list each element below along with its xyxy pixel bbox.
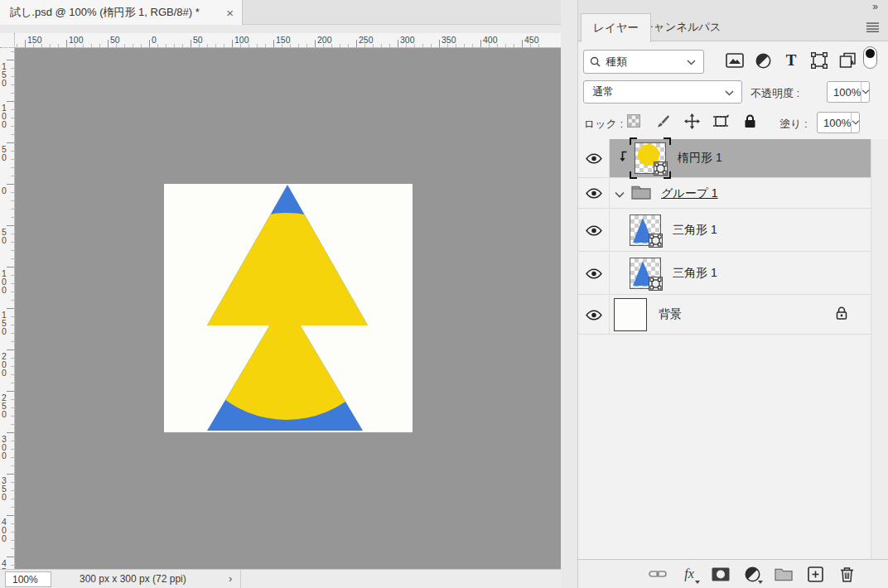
- lock-transparent-icon[interactable]: [625, 112, 643, 130]
- expand-chevron-icon[interactable]: [615, 186, 625, 201]
- filter-toggle-dot: [866, 49, 875, 58]
- ruler-label: 5 0: [2, 228, 7, 244]
- layer-row-group[interactable]: グループ 1: [578, 179, 871, 209]
- pixel-layers-icon[interactable]: [726, 51, 744, 70]
- text-layers-icon[interactable]: T: [782, 51, 800, 70]
- layer-name[interactable]: グループ 1: [661, 186, 718, 201]
- fill-label: 塗り :: [779, 117, 808, 132]
- zoom-level-field[interactable]: 100%: [5, 571, 51, 587]
- fill-field[interactable]: 100%: [817, 112, 860, 133]
- tab-paths[interactable]: パス: [687, 13, 733, 41]
- ruler-label: 100: [69, 36, 84, 44]
- ruler-label: 3 0 0: [2, 435, 7, 460]
- shape-layer-badge: [649, 234, 663, 248]
- vertical-ruler: 2 0 01 5 01 0 05 005 01 0 01 5 02 0 02 5…: [0, 48, 15, 569]
- canvas-workspace[interactable]: [15, 48, 561, 569]
- lock-label: ロック :: [584, 117, 623, 132]
- ruler-label: 150: [276, 36, 291, 44]
- new-layer-icon[interactable]: [806, 565, 824, 583]
- visibility-toggle[interactable]: [578, 296, 610, 334]
- chevron-down-icon[interactable]: [861, 82, 870, 102]
- layer-row-ellipse[interactable]: 楕円形 1: [578, 139, 871, 178]
- lock-artboard-icon[interactable]: [712, 112, 730, 130]
- layer-thumbnail[interactable]: [635, 142, 666, 174]
- lock-pixels-icon[interactable]: [654, 112, 672, 130]
- visibility-toggle[interactable]: [578, 179, 610, 208]
- search-icon: [590, 56, 601, 67]
- ruler-label: 300: [400, 36, 415, 44]
- lock-icon-group: [625, 112, 759, 130]
- horizontal-ruler: 20015010050050100150200250300350400450: [0, 33, 561, 48]
- layer-row-triangle-2[interactable]: 三角形 1: [578, 253, 871, 295]
- shape-layers-icon[interactable]: [810, 51, 828, 70]
- visibility-toggle[interactable]: [578, 253, 610, 294]
- ruler-origin-corner[interactable]: [0, 33, 15, 48]
- document-tab[interactable]: 試し.psd @ 100% (楕円形 1, RGB/8#) * ×: [0, 0, 243, 25]
- scroll-gutter[interactable]: [871, 139, 888, 559]
- ruler-label: 1 0 0: [2, 269, 7, 294]
- lock-icon[interactable]: [836, 306, 847, 323]
- panel-dock-header: »: [578, 0, 888, 13]
- caret-icon: [695, 581, 700, 584]
- ruler-label: 1 5 0: [2, 62, 7, 87]
- document-tab-title: 試し.psd @ 100% (楕円形 1, RGB/8#) *: [10, 5, 220, 20]
- eye-icon: [586, 310, 602, 321]
- ruler-label: 1 0 0: [2, 104, 7, 128]
- ruler-label: 2 0 0: [2, 352, 7, 377]
- ruler-label: 4 5 0: [2, 559, 7, 569]
- clipping-mask-icon: [618, 151, 628, 166]
- layer-name[interactable]: 背景: [659, 307, 682, 322]
- link-icon[interactable]: [649, 565, 667, 583]
- layer-row-triangle-1[interactable]: 三角形 1: [578, 210, 871, 252]
- status-expand-icon[interactable]: ›: [229, 572, 232, 585]
- ruler-label: 50: [193, 36, 203, 44]
- delete-icon[interactable]: [837, 565, 856, 583]
- ruler-label: 400: [483, 36, 498, 44]
- panel-tab-bar: レイヤー チャンネル パス: [578, 13, 888, 41]
- opacity-field[interactable]: 100%: [827, 81, 870, 103]
- layer-name[interactable]: 楕円形 1: [678, 151, 722, 166]
- fx-icon[interactable]: fx: [680, 565, 698, 583]
- adjustment-icon[interactable]: [743, 565, 761, 583]
- status-bar: 100% 300 px x 300 px (72 ppi) ›: [0, 569, 561, 588]
- tab-layers[interactable]: レイヤー: [581, 13, 651, 42]
- opacity-label: 不透明度 :: [750, 86, 799, 101]
- close-icon[interactable]: ×: [226, 6, 234, 20]
- ruler-label: 0: [2, 186, 7, 195]
- shape-layer-badge: [649, 277, 663, 291]
- visibility-toggle[interactable]: [578, 139, 610, 177]
- smart-objects-icon[interactable]: [838, 51, 857, 70]
- document-canvas[interactable]: [164, 184, 413, 432]
- layer-name[interactable]: 三角形 1: [673, 223, 717, 238]
- artwork: [164, 184, 413, 432]
- layer-row-background[interactable]: 背景: [578, 296, 871, 335]
- collapse-panels-icon[interactable]: »: [872, 1, 877, 12]
- layers-panel: » レイヤー チャンネル パス 種類: [577, 0, 888, 588]
- add-mask-icon[interactable]: [712, 565, 730, 583]
- chevron-down-icon[interactable]: [851, 113, 860, 133]
- adjustment-layers-icon[interactable]: [754, 51, 772, 70]
- panel-menu-icon[interactable]: [866, 21, 879, 36]
- lock-position-icon[interactable]: [683, 112, 701, 130]
- layer-name[interactable]: 三角形 1: [673, 266, 717, 281]
- ruler-label: 3 5 0: [2, 476, 7, 501]
- eye-icon: [586, 153, 602, 164]
- layer-controls: 種類 T 通常: [578, 41, 888, 139]
- blend-mode-select[interactable]: 通常: [583, 80, 742, 104]
- ruler-label: 100: [234, 36, 249, 44]
- ruler-label: 250: [359, 36, 374, 44]
- filter-toggle[interactable]: [863, 46, 877, 69]
- filter-icon-group: T: [726, 51, 857, 70]
- ruler-label: 4 0 0: [2, 518, 7, 542]
- visibility-toggle[interactable]: [578, 210, 610, 251]
- shape-layer-badge: [654, 161, 668, 176]
- ruler-label: 200: [317, 36, 332, 44]
- layer-thumbnail[interactable]: [630, 258, 661, 289]
- ruler-label: 0: [152, 36, 157, 44]
- lock-all-icon[interactable]: [741, 112, 759, 130]
- new-group-icon[interactable]: [775, 565, 793, 583]
- layer-thumbnail[interactable]: [614, 298, 647, 331]
- layer-thumbnail[interactable]: [630, 214, 661, 246]
- ruler-label: 450: [524, 36, 539, 44]
- filter-type-select[interactable]: 種類: [583, 50, 704, 74]
